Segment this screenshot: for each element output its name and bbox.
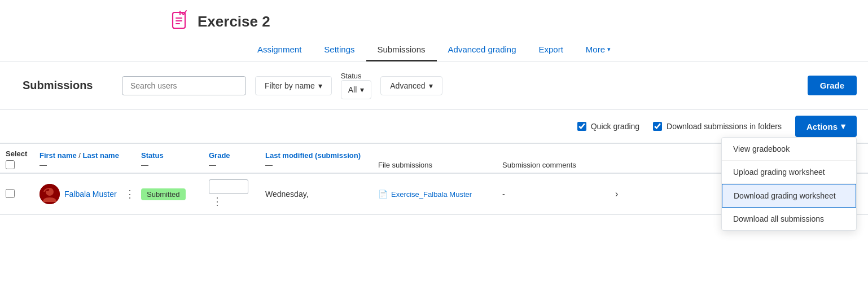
grade-dots-button[interactable]: ⋮ xyxy=(209,194,226,209)
last-modified-cell: Wednesday, xyxy=(265,190,378,199)
col-file-submissions: File submissions xyxy=(378,161,502,169)
file-link[interactable]: Exercise_Falbala Muster xyxy=(391,190,472,199)
chevron-down-icon: ▾ xyxy=(607,46,611,53)
search-input[interactable] xyxy=(122,76,246,95)
grade-input[interactable] xyxy=(209,179,248,194)
filter-by-name-button[interactable]: Filter by name ▾ xyxy=(255,76,332,95)
chevron-down-icon: ▾ xyxy=(318,81,322,90)
tab-submissions[interactable]: Submissions xyxy=(366,39,437,61)
nav-tabs: Assignment Settings Submissions Advanced… xyxy=(0,39,868,61)
chevron-down-icon: ▾ xyxy=(841,121,845,131)
tab-advanced-grading[interactable]: Advanced grading xyxy=(437,39,528,61)
page-title: Exercise 2 xyxy=(198,13,270,30)
user-link[interactable]: Falbala Muster xyxy=(64,190,117,199)
row-checkbox[interactable] xyxy=(6,189,15,198)
tab-export[interactable]: Export xyxy=(528,39,575,61)
grade-button[interactable]: Grade xyxy=(808,76,857,95)
col-last-modified: Last modified (submission) — xyxy=(265,151,378,169)
status-label: Status xyxy=(341,72,362,80)
user-dots-button[interactable]: ⋮ xyxy=(121,187,138,201)
quick-grading-checkbox[interactable] xyxy=(577,122,586,131)
dropdown-item-download-worksheet[interactable]: Download grading worksheet xyxy=(722,184,856,208)
dropdown-item-view-gradebook[interactable]: View gradebook xyxy=(722,138,856,161)
arrow-cell: › xyxy=(615,189,660,199)
comments-cell: - xyxy=(502,190,615,199)
col-name-link[interactable]: First name xyxy=(40,151,77,160)
dropdown-item-download-submissions[interactable]: Download all submissions xyxy=(722,208,856,230)
quick-grading-option[interactable]: Quick grading xyxy=(577,122,639,131)
dropdown-item-upload-worksheet[interactable]: Upload grading worksheet xyxy=(722,161,856,184)
advanced-button[interactable]: Advanced ▾ xyxy=(380,76,442,95)
grade-cell: ⋮ xyxy=(209,179,265,209)
avatar xyxy=(40,184,60,204)
options-row: Quick grading Download submissions in fo… xyxy=(0,110,868,143)
chevron-right-icon[interactable]: › xyxy=(615,189,618,199)
page-container: Exercise 2 Assignment Settings Submissio… xyxy=(0,0,868,286)
tab-settings[interactable]: Settings xyxy=(313,39,366,61)
col-submission-comments: Submission comments xyxy=(502,161,615,169)
col-lastname-link[interactable]: Last name xyxy=(83,151,119,160)
file-cell: 📄 Exercise_Falbala Muster xyxy=(378,190,502,199)
chevron-down-icon: ▾ xyxy=(360,85,364,94)
tab-assignment[interactable]: Assignment xyxy=(246,39,313,61)
submissions-bar: Submissions Filter by name ▾ Status All … xyxy=(0,61,868,110)
status-badge: Submitted xyxy=(141,188,186,200)
chevron-down-icon: ▾ xyxy=(429,81,433,90)
status-cell: Submitted xyxy=(141,188,209,200)
select-all-checkbox[interactable] xyxy=(6,160,15,169)
download-folders-option[interactable]: Download submissions in folders xyxy=(653,122,782,131)
status-select[interactable]: All ▾ xyxy=(341,80,372,99)
col-status-link[interactable]: Status xyxy=(141,151,164,160)
status-group: Status All ▾ xyxy=(341,72,372,99)
col-status: Status — xyxy=(141,151,209,169)
actions-button[interactable]: Actions ▾ xyxy=(795,116,857,137)
col-select: Select xyxy=(6,149,40,169)
col-name: First name / Last name — xyxy=(40,151,141,169)
submissions-heading: Submissions xyxy=(23,79,113,92)
tab-more[interactable]: More ▾ xyxy=(575,39,622,61)
search-input-wrap xyxy=(122,76,246,95)
actions-dropdown-menu: View gradebook Upload grading worksheet … xyxy=(721,137,857,231)
row-select-cell xyxy=(6,189,40,200)
col-lastmod-link[interactable]: Last modified (submission) xyxy=(265,151,361,160)
user-cell: Falbala Muster ⋮ xyxy=(40,184,141,204)
col-grade-link[interactable]: Grade xyxy=(209,151,230,160)
assignment-icon xyxy=(169,10,191,33)
col-grade: Grade — xyxy=(209,151,265,169)
page-header: Exercise 2 xyxy=(0,0,868,39)
file-icon: 📄 xyxy=(378,190,388,199)
download-folders-checkbox[interactable] xyxy=(653,122,662,131)
